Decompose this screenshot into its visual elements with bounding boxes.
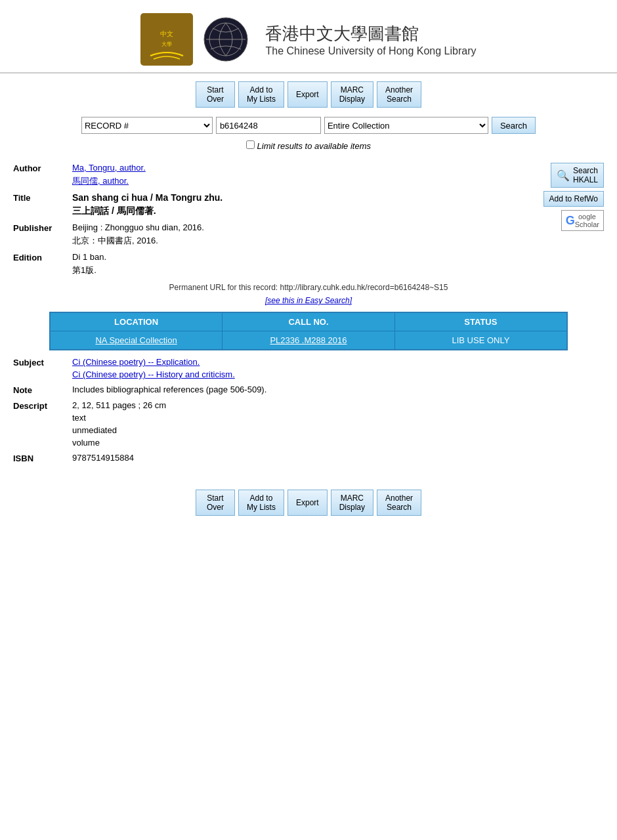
start-over-button[interactable]: StartOver <box>196 81 235 108</box>
edition-value: Di 1 ban. 第1版. <box>72 252 604 276</box>
title-row: Title San shang ci hua / Ma Tongru zhu. … <box>13 192 604 217</box>
library-logo <box>203 16 249 62</box>
toolbar: StartOver Add toMy Lists Export MARCDisp… <box>0 74 617 113</box>
author-cn-link[interactable]: 馬同儒, author. <box>72 175 604 187</box>
isbn-label: ISBN <box>13 453 72 463</box>
add-to-lists-button[interactable]: Add toMy Lists <box>238 81 284 108</box>
edition-row: Edition Di 1 ban. 第1版. <box>13 252 604 276</box>
subject-row: Subject Ci (Chinese poetry) -- Explicati… <box>13 357 604 379</box>
easy-search-row: [see this in Easy Search] <box>13 295 604 305</box>
header-title: 香港中文大學圖書館 The Chinese University of Hong… <box>265 22 476 57</box>
subject-1-link[interactable]: Ci (Chinese poetry) -- Explication. <box>72 357 604 367</box>
bottom-export-button[interactable]: Export <box>287 490 328 516</box>
main-content: 🔍 SearchHKALL Add to RefWo G oogleSchola… <box>0 156 617 475</box>
page-header: 中文 大學 香港中文大學圖書館 The Chinese University o… <box>0 0 617 74</box>
status-header: STATUS <box>394 312 567 331</box>
subject-label: Subject <box>13 357 72 368</box>
holdings-location-link[interactable]: NA Special Collection <box>95 335 177 345</box>
author-en-link[interactable]: Ma, Tongru, author. <box>72 163 604 173</box>
search-icon: 🔍 <box>557 169 570 182</box>
publisher-row: Publisher Beijing : Zhongguo shu dian, 2… <box>13 222 604 247</box>
descript-label: Descript <box>13 400 72 411</box>
title-cn: 三上詞話 / 馬同儒著. <box>72 205 604 217</box>
header-title-cn: 香港中文大學圖書館 <box>265 22 476 45</box>
limit-checkbox[interactable] <box>246 140 255 149</box>
svg-text:中文: 中文 <box>160 30 173 37</box>
edition-en: Di 1 ban. <box>72 252 604 262</box>
title-label: Title <box>13 192 72 203</box>
bottom-another-search-button[interactable]: AnotherSearch <box>377 490 421 516</box>
note-row: Note Includes bibliographical references… <box>13 385 604 395</box>
descript-4: volume <box>72 438 604 448</box>
add-refworks-button[interactable]: Add to RefWo <box>543 191 604 207</box>
google-icon: G <box>566 214 575 228</box>
record-type-select[interactable]: RECORD # <box>81 117 213 134</box>
note-value: Includes bibliographical references (pag… <box>72 385 604 394</box>
publisher-cn: 北京：中國書店, 2016. <box>72 235 604 247</box>
title-value: San shang ci hua / Ma Tongru zhu. 三上詞話 /… <box>72 192 604 217</box>
marc-display-button[interactable]: MARCDisplay <box>331 81 373 108</box>
limit-label: Limit results to available items <box>257 141 371 151</box>
record-input[interactable] <box>216 117 321 134</box>
subject-value: Ci (Chinese poetry) -- Explication. Ci (… <box>72 357 604 379</box>
descript-3: unmediated <box>72 425 604 435</box>
publisher-en: Beijing : Zhongguo shu dian, 2016. <box>72 222 604 232</box>
descript-1: 2, 12, 511 pages ; 26 cm <box>72 400 604 410</box>
descript-row: Descript 2, 12, 511 pages ; 26 cm text u… <box>13 400 604 448</box>
author-label: Author <box>13 163 72 173</box>
logos: 中文 大學 香港中文大學圖書館 The Chinese University o… <box>140 13 476 66</box>
isbn-row: ISBN 9787514915884 <box>13 453 604 463</box>
title-en: San shang ci hua / Ma Tongru zhu. <box>72 192 604 203</box>
holdings-callno: PL2336 .M288 2016 <box>223 331 395 350</box>
isbn-value: 9787514915884 <box>72 453 604 463</box>
search-bar: RECORD # Entire Collection Search <box>0 113 617 138</box>
header-title-en: The Chinese University of Hong Kong Libr… <box>265 45 476 57</box>
subject-2-link[interactable]: Ci (Chinese poetry) -- History and criti… <box>72 369 604 379</box>
search-hkall-label: SearchHKALL <box>573 166 598 184</box>
google-scholar-label: oogleScholar <box>575 213 599 228</box>
google-scholar-button[interactable]: G oogleScholar <box>561 210 604 231</box>
edition-label: Edition <box>13 252 72 262</box>
bottom-add-to-lists-button[interactable]: Add toMy Lists <box>238 490 284 516</box>
search-button[interactable]: Search <box>492 117 536 134</box>
side-buttons: 🔍 SearchHKALL Add to RefWo G oogleSchola… <box>543 163 604 231</box>
another-search-button[interactable]: AnotherSearch <box>377 81 421 108</box>
bottom-toolbar: StartOver Add toMy Lists Export MARCDisp… <box>0 482 617 521</box>
svg-rect-0 <box>140 13 193 66</box>
export-button[interactable]: Export <box>287 81 328 108</box>
search-hkall-button[interactable]: 🔍 SearchHKALL <box>551 163 604 188</box>
holdings-row: NA Special Collection PL2336 .M288 2016 … <box>50 331 567 350</box>
easy-search-link[interactable]: [see this in Easy Search] <box>265 296 352 305</box>
permanent-url-text: Permanent URL for this record: http://li… <box>169 283 448 292</box>
publisher-label: Publisher <box>13 222 72 233</box>
holdings-callno-link[interactable]: PL2336 .M288 2016 <box>270 335 347 345</box>
publisher-value: Beijing : Zhongguo shu dian, 2016. 北京：中國… <box>72 222 604 247</box>
descript-value: 2, 12, 511 pages ; 26 cm text unmediated… <box>72 400 604 448</box>
holdings-location: NA Special Collection <box>50 331 223 350</box>
bottom-marc-display-button[interactable]: MARCDisplay <box>331 490 373 516</box>
callno-header: CALL NO. <box>223 312 395 331</box>
holdings-table: LOCATION CALL NO. STATUS NA Special Coll… <box>49 312 568 350</box>
author-row: Author Ma, Tongru, author. 馬同儒, author. <box>13 163 604 187</box>
limit-row: Limit results to available items <box>0 138 617 156</box>
permanent-url: Permanent URL for this record: http://li… <box>13 283 604 292</box>
edition-cn: 第1版. <box>72 264 604 276</box>
author-value: Ma, Tongru, author. 馬同儒, author. <box>72 163 604 187</box>
cuhk-logo: 中文 大學 <box>140 13 193 66</box>
bottom-start-over-button[interactable]: StartOver <box>196 490 235 516</box>
holdings-status: LIB USE ONLY <box>394 331 567 350</box>
descript-2: text <box>72 413 604 423</box>
svg-text:大學: 大學 <box>161 41 172 47</box>
location-header: LOCATION <box>50 312 223 331</box>
note-label: Note <box>13 385 72 395</box>
collection-select[interactable]: Entire Collection <box>324 117 488 134</box>
